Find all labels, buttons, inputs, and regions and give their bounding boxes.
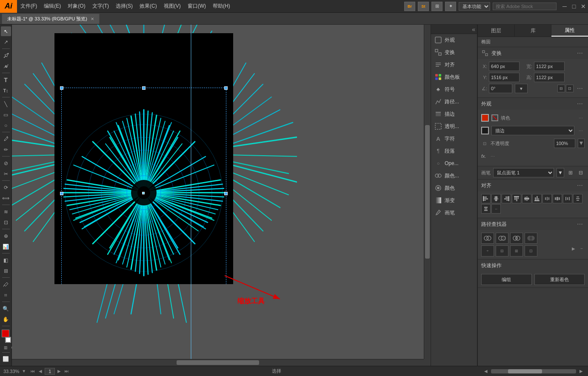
status-prev-arrow[interactable]: ◀ <box>482 368 489 375</box>
pf-divide[interactable]: ÷ <box>481 245 494 256</box>
tool-chart[interactable]: 📊 <box>1 242 11 251</box>
canvas-scroll-h[interactable] <box>12 359 424 366</box>
tool-select[interactable]: ↖ <box>1 26 11 36</box>
tab-close-button[interactable]: ✕ <box>91 17 94 21</box>
tool-add-anchor[interactable] <box>1 61 11 71</box>
status-scroll-thumb[interactable] <box>508 369 542 373</box>
menu-help[interactable]: 帮助(H) <box>209 0 234 12</box>
tool-mesh[interactable]: ⊞ <box>1 266 11 276</box>
nav-prev-button[interactable]: ◀ <box>37 368 44 375</box>
panel-collapse-icon[interactable]: « <box>472 26 475 33</box>
nav-last-button[interactable]: ⏭ <box>63 368 70 375</box>
appearance-more-icon[interactable]: ⋯ <box>575 100 585 107</box>
distribute-center[interactable] <box>553 194 562 203</box>
menu-select[interactable]: 选择(S) <box>112 0 136 12</box>
tool-brush[interactable] <box>1 134 11 144</box>
close-button[interactable]: ✕ <box>579 2 588 11</box>
tool-rotate[interactable]: ⟳ <box>1 182 11 192</box>
pf-expand[interactable]: ▶ <box>570 245 577 256</box>
panel-item-symbol[interactable]: ♣ 符号 <box>431 83 477 95</box>
tool-line[interactable]: ╲ <box>1 99 11 109</box>
pf-crop[interactable]: ⊡ <box>525 245 537 256</box>
scroll-thumb-v[interactable] <box>425 125 430 259</box>
panel-item-paragraph[interactable]: ¶ 段落 <box>431 145 477 157</box>
menu-edit[interactable]: 编辑(E) <box>40 0 64 12</box>
align-center-h[interactable] <box>491 194 501 203</box>
brush-select[interactable]: 鼠点面笔 1 <box>493 168 554 177</box>
align-right[interactable] <box>502 194 511 203</box>
distribute-top[interactable] <box>573 194 582 203</box>
minimize-button[interactable]: ─ <box>560 2 569 11</box>
color-mode-color[interactable]: ■ <box>0 345 2 350</box>
distribute-left[interactable] <box>542 194 552 203</box>
pathfinder-header[interactable]: 路径查找器 ⋯ <box>478 218 588 230</box>
distribute-right[interactable] <box>563 194 572 203</box>
pf-trim[interactable]: ⊟ <box>496 245 508 256</box>
menu-view[interactable]: 视图(V) <box>160 0 184 12</box>
x-input[interactable] <box>489 62 519 71</box>
tool-zoom[interactable]: 🔍 <box>1 304 11 313</box>
panel-item-color2[interactable]: 颜色 <box>431 182 477 194</box>
stroke-more[interactable]: ⋯ <box>577 128 585 133</box>
align-section-header[interactable]: 对齐 ⋯ <box>478 179 588 191</box>
tool-ellipse[interactable]: ○ <box>1 120 11 130</box>
menu-object[interactable]: 对象(O) <box>64 0 88 12</box>
page-number-input[interactable] <box>45 368 55 375</box>
transform-btn-2[interactable]: ⊡ <box>566 85 574 92</box>
nav-first-button[interactable]: ⏮ <box>29 368 36 375</box>
panel-item-transform[interactable]: 变换 <box>431 46 477 58</box>
tool-scissors[interactable]: ✂ <box>1 169 11 179</box>
transform-section-header[interactable]: 变换 ⋯ <box>478 47 588 59</box>
color-mode-gradient[interactable]: ▥ <box>3 345 9 350</box>
transform-more-2[interactable]: ⋯ <box>575 85 585 92</box>
fill-none-swatch[interactable] <box>491 114 498 121</box>
h-input[interactable] <box>534 73 565 82</box>
tool-eyedropper[interactable] <box>1 279 11 289</box>
panel-item-color-groups[interactable]: 颜色... <box>431 170 477 182</box>
group-button[interactable]: 编组 <box>481 274 532 285</box>
brush-more-2[interactable]: ⊟ <box>577 168 585 177</box>
tool-gradient[interactable]: ◧ <box>1 255 11 265</box>
tool-direct-select[interactable]: ↗ <box>1 37 11 47</box>
y-input[interactable] <box>489 73 519 82</box>
pf-unite[interactable] <box>481 233 494 244</box>
arrange-icon-btn[interactable]: ✦ <box>445 2 456 11</box>
angle-dropdown[interactable]: ▼ <box>515 84 528 93</box>
distribute-spacing[interactable]: ↔ <box>491 204 501 214</box>
tool-artboard[interactable]: ⬜ <box>1 354 11 364</box>
menu-file[interactable]: 文件(F) <box>17 0 40 12</box>
menu-effect[interactable]: 效果(C) <box>136 0 160 12</box>
tool-rect[interactable]: ▭ <box>1 110 11 120</box>
tool-free-transform[interactable]: ⊡ <box>1 217 11 227</box>
stock-search-input[interactable] <box>493 3 557 10</box>
align-bottom[interactable] <box>532 194 542 203</box>
fill-swatch[interactable] <box>481 114 489 122</box>
stroke-swatch[interactable] <box>481 127 489 134</box>
tool-hand[interactable]: ✋ <box>1 314 11 324</box>
tool-vertical-type[interactable]: T↕ <box>1 85 11 95</box>
panel-item-opentype[interactable]: ○ Ope... <box>431 157 477 169</box>
fx-more[interactable]: ⋯ <box>489 154 497 159</box>
panel-item-typeface[interactable]: A 字符 <box>431 133 477 145</box>
w-input[interactable] <box>534 62 565 71</box>
pf-intersect[interactable] <box>510 233 523 244</box>
canvas-area[interactable]: 缩放工具 <box>12 25 431 366</box>
panel-item-stroke[interactable]: 描边 <box>431 108 477 120</box>
bridge-icon-btn[interactable]: Br <box>404 2 415 11</box>
transform-btn-1[interactable]: ⊟ <box>557 85 565 92</box>
pf-minus[interactable]: − <box>579 245 585 256</box>
brush-expand[interactable]: ▼ <box>557 168 564 177</box>
scroll-thumb-h[interactable] <box>177 360 259 365</box>
angle-input[interactable] <box>489 84 512 93</box>
align-center-v[interactable] <box>522 194 531 203</box>
tool-warp[interactable]: ≋ <box>1 207 11 216</box>
status-next-arrow[interactable]: ▶ <box>578 368 585 375</box>
tab-layers[interactable]: 图层 <box>478 25 515 37</box>
zoom-dropdown[interactable]: ▼ <box>21 368 27 374</box>
recolor-button[interactable]: 重新着色 <box>534 274 585 285</box>
panel-item-colorboard[interactable]: 颜色板 <box>431 71 477 83</box>
grid-icon-btn[interactable]: ⊞ <box>431 2 442 11</box>
transform-more-icon[interactable]: ⋯ <box>575 50 585 57</box>
tab-properties[interactable]: 属性 <box>551 25 588 37</box>
brush-more-1[interactable]: ⊞ <box>567 168 574 177</box>
